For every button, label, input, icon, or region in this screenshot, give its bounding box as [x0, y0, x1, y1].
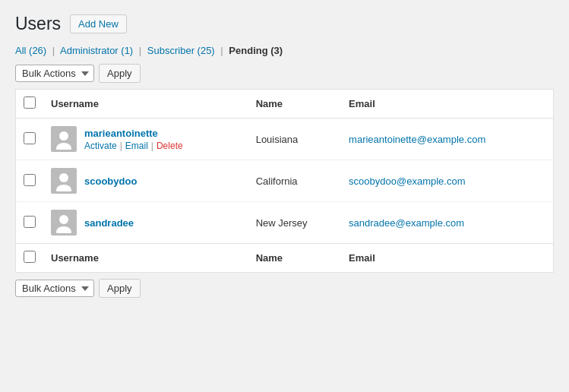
avatar: [51, 126, 77, 152]
bulk-actions-select-bottom[interactable]: Bulk Actions Delete Activate: [15, 280, 94, 297]
apply-button-bottom[interactable]: Apply: [99, 279, 141, 298]
sep3: |: [220, 45, 223, 56]
username-cell: sandradee: [51, 210, 241, 236]
footer-username: Username: [43, 244, 248, 273]
email-address-link[interactable]: scoobydoo@example.com: [349, 175, 465, 187]
bulk-action-bar-top: Bulk Actions Delete Activate Apply: [15, 64, 554, 83]
username-info: sandradee: [84, 217, 134, 229]
username-cell: marieantoinette Activate | Email | Delet…: [51, 126, 241, 152]
svg-point-0: [59, 131, 68, 141]
svg-point-4: [59, 215, 68, 224]
row-email-cell: sandradee@example.com: [341, 202, 553, 244]
username-info: scoobydoo: [84, 175, 137, 187]
filter-all[interactable]: All (26): [15, 45, 46, 56]
row-username-cell: marieantoinette Activate | Email | Delet…: [43, 119, 248, 160]
avatar: [51, 168, 77, 194]
filter-links: All (26) | Administrator (1) | Subscribe…: [15, 45, 554, 56]
svg-point-2: [59, 173, 68, 182]
row-username-cell: sandradee: [43, 202, 248, 244]
row-name-cell: California: [248, 160, 341, 202]
bulk-action-bar-bottom: Bulk Actions Delete Activate Apply: [15, 279, 554, 298]
email-address-link[interactable]: marieantoinette@example.com: [349, 134, 485, 145]
row-checkbox-cell: [16, 202, 44, 244]
row-name-cell: Louisiana: [248, 119, 341, 160]
sep2: |: [139, 45, 141, 56]
action-sep2: |: [151, 141, 153, 151]
avatar-icon: [53, 212, 74, 233]
row-email-cell: marieantoinette@example.com: [341, 119, 553, 160]
header-checkbox-cell: [16, 90, 44, 119]
row-email-cell: scoobydoo@example.com: [341, 160, 553, 202]
header-name: Name: [248, 90, 341, 119]
row-actions: Activate | Email | Delete: [84, 141, 183, 151]
header-username: Username: [43, 90, 248, 119]
footer-name: Name: [248, 244, 341, 273]
apply-button-top[interactable]: Apply: [99, 64, 141, 83]
page-wrapper: Users Add New All (26) | Administrator (…: [0, 0, 569, 392]
table-footer-row: Username Name Email: [16, 244, 554, 273]
bulk-actions-select-top[interactable]: Bulk Actions Delete Activate: [15, 65, 94, 82]
footer-checkbox-cell: [16, 244, 44, 273]
username-link[interactable]: marieantoinette: [84, 128, 183, 139]
username-link[interactable]: sandradee: [84, 217, 134, 229]
action-sep: |: [120, 141, 122, 151]
filter-pending: Pending (3): [229, 45, 283, 56]
select-all-checkbox-bottom[interactable]: [24, 251, 36, 263]
row-checkbox[interactable]: [24, 132, 36, 144]
sep1: |: [52, 45, 55, 56]
delete-link[interactable]: Delete: [156, 141, 183, 151]
table-row: sandradee New Jersey sandradee@example.c…: [16, 202, 554, 244]
filter-administrator[interactable]: Administrator (1): [60, 45, 133, 56]
svg-point-5: [56, 226, 71, 233]
activate-link[interactable]: Activate: [84, 141, 117, 151]
table-row: marieantoinette Activate | Email | Delet…: [16, 119, 554, 160]
users-table: Username Name Email: [15, 89, 554, 273]
username-cell: scoobydoo: [51, 168, 241, 194]
username-link[interactable]: scoobydoo: [84, 175, 137, 187]
footer-email: Email: [341, 244, 553, 273]
email-link[interactable]: Email: [125, 141, 148, 151]
page-title: Users: [15, 14, 61, 34]
avatar: [51, 210, 77, 236]
table-row: scoobydoo California scoobydoo@example.c…: [16, 160, 554, 202]
header-email: Email: [341, 90, 553, 119]
row-checkbox[interactable]: [24, 174, 36, 186]
avatar-icon: [53, 128, 74, 150]
select-all-checkbox[interactable]: [24, 96, 36, 109]
filter-subscriber[interactable]: Subscriber (25): [147, 45, 215, 56]
row-checkbox-cell: [16, 160, 44, 202]
table-header-row: Username Name Email: [16, 90, 554, 119]
svg-point-1: [56, 143, 71, 150]
row-checkbox-cell: [16, 119, 44, 160]
row-name-cell: New Jersey: [248, 202, 341, 244]
add-new-button[interactable]: Add New: [70, 14, 127, 33]
row-username-cell: scoobydoo: [43, 160, 248, 202]
email-address-link[interactable]: sandradee@example.com: [349, 217, 464, 229]
svg-point-3: [56, 185, 71, 191]
page-title-row: Users Add New: [15, 14, 554, 34]
avatar-icon: [53, 170, 74, 191]
username-info: marieantoinette Activate | Email | Delet…: [84, 128, 183, 151]
row-checkbox[interactable]: [24, 216, 36, 228]
